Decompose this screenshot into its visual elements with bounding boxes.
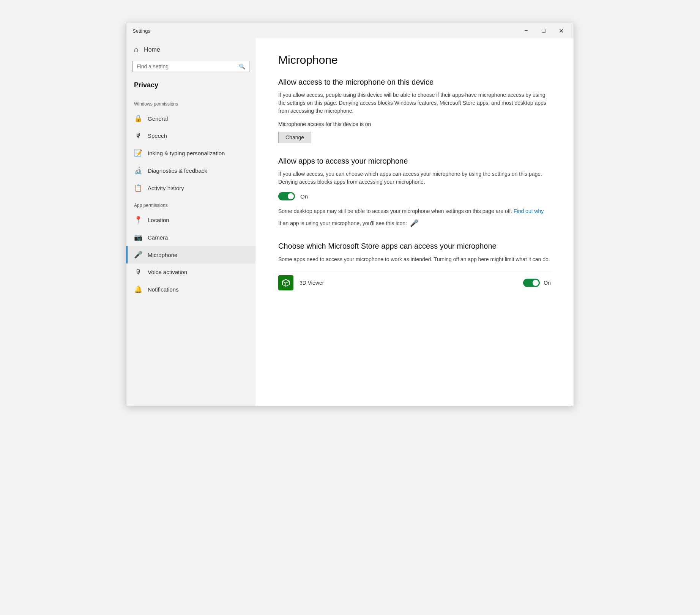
sidebar-item-notifications[interactable]: 🔔 Notifications <box>126 281 255 298</box>
section2-title: Allow apps to access your microphone <box>278 157 551 166</box>
section2-description: If you allow access, you can choose whic… <box>278 170 551 186</box>
privacy-section-label: Privacy <box>126 78 255 95</box>
page-title: Microphone <box>278 54 551 66</box>
section1-description: If you allow access, people using this d… <box>278 91 551 115</box>
sidebar-item-activity[interactable]: 📋 Activity history <box>126 179 255 197</box>
app-permissions-label: App permissions <box>126 197 255 211</box>
speech-label: Speech <box>148 132 167 139</box>
titlebar-buttons: − □ ✕ <box>517 25 570 37</box>
section1-title: Allow access to the microphone on this d… <box>278 78 551 87</box>
notifications-icon: 🔔 <box>134 285 142 293</box>
sidebar-item-general[interactable]: 🔒 General <box>126 110 255 127</box>
microphone-access-toggle[interactable] <box>278 192 295 200</box>
voice-icon: 🎙 <box>134 268 142 276</box>
search-box[interactable]: 🔍 <box>132 61 249 72</box>
change-button[interactable]: Change <box>278 132 311 143</box>
find-out-why-link[interactable]: Find out why <box>514 208 544 214</box>
activity-label: Activity history <box>148 185 184 191</box>
voice-label: Voice activation <box>148 269 187 275</box>
desktop-apps-info: Some desktop apps may still be able to a… <box>278 207 551 215</box>
sidebar-item-inking[interactable]: 📝 Inking & typing personalization <box>126 144 255 162</box>
app-row-3d-viewer: 3D Viewer On <box>278 271 551 294</box>
sidebar-home[interactable]: ⌂ Home <box>126 38 255 61</box>
location-icon: 📍 <box>134 216 142 224</box>
home-label: Home <box>144 46 160 53</box>
notifications-label: Notifications <box>148 286 179 293</box>
titlebar: Settings − □ ✕ <box>126 23 574 38</box>
window-title: Settings <box>132 28 150 34</box>
microphone-access-toggle-row: On <box>278 192 551 200</box>
inking-icon: 📝 <box>134 149 142 157</box>
app-toggle-3d-viewer: On <box>523 279 551 287</box>
icon-note: If an app is using your microphone, you'… <box>278 219 551 227</box>
general-label: General <box>148 115 168 122</box>
microphone-icon: 🎤 <box>134 251 142 259</box>
icon-note-text: If an app is using your microphone, you'… <box>278 220 407 226</box>
sidebar-item-diagnostics[interactable]: 🔬 Diagnostics & feedback <box>126 162 255 179</box>
section1-status: Microphone access for this device is on <box>278 121 551 127</box>
app-toggle-switch-3d-viewer[interactable] <box>523 279 540 287</box>
diagnostics-label: Diagnostics & feedback <box>148 167 207 174</box>
sidebar-item-microphone[interactable]: 🎤 Microphone <box>126 246 255 263</box>
location-label: Location <box>148 217 169 223</box>
microphone-label: Microphone <box>148 252 177 258</box>
sidebar-item-speech[interactable]: 🎙 Speech <box>126 127 255 144</box>
sidebar-item-voice[interactable]: 🎙 Voice activation <box>126 263 255 281</box>
inking-label: Inking & typing personalization <box>148 150 225 156</box>
sidebar-item-location[interactable]: 📍 Location <box>126 211 255 229</box>
section3-title: Choose which Microsoft Store apps can ac… <box>278 241 551 251</box>
close-button[interactable]: ✕ <box>552 25 570 37</box>
content-area: ⌂ Home 🔍 Privacy Windows permissions 🔒 G… <box>126 38 574 406</box>
3d-viewer-icon-box <box>278 275 293 290</box>
sidebar-item-camera[interactable]: 📷 Camera <box>126 229 255 246</box>
3d-viewer-icon <box>281 278 290 287</box>
settings-window: Settings − □ ✕ ⌂ Home 🔍 Privacy Windows … <box>126 23 574 406</box>
windows-permissions-label: Windows permissions <box>126 95 255 110</box>
app-name-3d-viewer: 3D Viewer <box>300 280 517 286</box>
sidebar: ⌂ Home 🔍 Privacy Windows permissions 🔒 G… <box>126 38 255 406</box>
search-icon: 🔍 <box>239 63 245 69</box>
microphone-indicator-icon: 🎤 <box>410 219 418 227</box>
home-icon: ⌂ <box>134 45 139 54</box>
search-input[interactable] <box>137 63 236 69</box>
minimize-button[interactable]: − <box>517 25 535 37</box>
toggle-on-label: On <box>300 193 308 200</box>
speech-icon: 🎙 <box>134 132 142 140</box>
app-toggle-label-3d-viewer: On <box>544 280 551 286</box>
desktop-apps-info-text: Some desktop apps may still be able to a… <box>278 208 512 214</box>
camera-label: Camera <box>148 234 168 241</box>
main-content: Microphone Allow access to the microphon… <box>255 38 574 406</box>
camera-icon: 📷 <box>134 233 142 241</box>
maximize-button[interactable]: □ <box>535 25 552 37</box>
diagnostics-icon: 🔬 <box>134 166 142 175</box>
lock-icon: 🔒 <box>134 114 142 123</box>
activity-icon: 📋 <box>134 184 142 192</box>
section3-description: Some apps need to access your microphone… <box>278 255 551 263</box>
